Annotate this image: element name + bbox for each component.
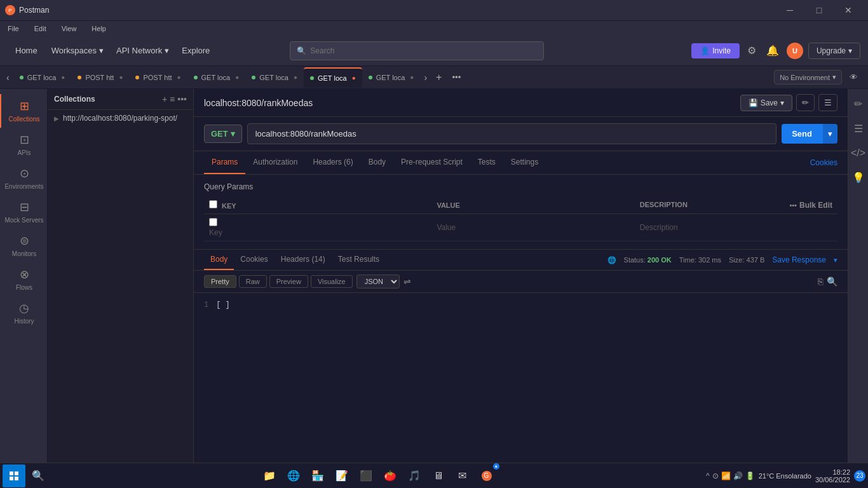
upgrade-button[interactable]: Upgrade ▾ xyxy=(808,43,860,59)
req-tab-body[interactable]: Body xyxy=(361,151,393,174)
close-icon[interactable]: ● xyxy=(352,74,356,81)
taskbar-app-7[interactable]: 🖥 xyxy=(427,464,450,487)
taskbar-chrome[interactable]: 🌐 xyxy=(282,464,305,487)
resp-tab-test-results[interactable]: Test Results xyxy=(332,250,386,270)
nav-api-network[interactable]: API Network ▾ xyxy=(110,46,175,55)
sidebar-item-mock-servers[interactable]: ⊟ Mock Servers xyxy=(0,195,47,229)
settings-button[interactable]: ⚙ xyxy=(745,42,759,59)
menu-edit[interactable]: Edit xyxy=(32,24,49,34)
tab-6[interactable]: GET loca ● xyxy=(362,67,421,88)
close-icon[interactable]: ● xyxy=(61,74,65,81)
invite-button[interactable]: 👤 Invite xyxy=(691,43,740,58)
close-icon[interactable]: ● xyxy=(410,74,414,81)
tab-more-button[interactable]: ••• xyxy=(447,70,466,85)
minimize-button[interactable]: ─ xyxy=(775,0,804,20)
req-tab-params[interactable]: Params xyxy=(204,151,245,174)
sidebar-item-collections[interactable]: ⊞ Collections xyxy=(0,94,47,128)
taskbar-terminal[interactable]: ⬛ xyxy=(355,464,377,487)
taskbar-app-9[interactable]: G ● xyxy=(475,464,498,487)
tab-3[interactable]: GET loca ● xyxy=(187,67,246,88)
right-panel-comment-button[interactable]: ☰ xyxy=(850,119,867,139)
url-input[interactable] xyxy=(247,123,776,144)
close-icon[interactable]: ● xyxy=(294,74,297,81)
close-icon[interactable]: ● xyxy=(177,74,181,81)
req-tab-headers[interactable]: Headers (6) xyxy=(305,151,360,174)
collections-more-button[interactable]: ••• xyxy=(177,94,187,104)
taskbar-notepad[interactable]: 📝 xyxy=(330,464,353,487)
taskbar-mail[interactable]: ✉ xyxy=(451,464,474,487)
tab-next-button[interactable]: › xyxy=(420,70,431,85)
taskbar-app-6[interactable]: 🎵 xyxy=(403,464,426,487)
edit-button[interactable]: ✏ xyxy=(796,94,815,111)
environment-selector[interactable]: No Environment ▾ xyxy=(774,70,842,85)
format-raw-button[interactable]: Raw xyxy=(239,275,267,288)
start-button[interactable] xyxy=(3,464,25,487)
resp-tab-headers[interactable]: Headers (14) xyxy=(275,250,332,270)
sidebar-item-environments[interactable]: ⊙ Environments xyxy=(0,161,47,195)
collections-new-button[interactable]: + xyxy=(162,94,167,104)
nav-workspaces[interactable]: Workspaces ▾ xyxy=(45,46,110,55)
format-preview-button[interactable]: Preview xyxy=(269,275,308,288)
method-select[interactable]: GET ▾ xyxy=(204,125,242,143)
description-button[interactable]: ☰ xyxy=(818,94,837,111)
right-panel-code-button[interactable]: </> xyxy=(847,144,868,163)
tab-add-button[interactable]: + xyxy=(431,69,447,86)
close-icon[interactable]: ● xyxy=(235,74,239,81)
row-checkbox[interactable] xyxy=(209,218,217,226)
taskbar-file-explorer[interactable]: 📁 xyxy=(258,464,281,487)
menu-view[interactable]: View xyxy=(59,24,79,34)
save-response-button[interactable]: Save Response xyxy=(772,255,826,264)
tab-prev-button[interactable]: ‹ xyxy=(3,70,13,85)
menu-file[interactable]: File xyxy=(5,24,22,34)
notification-badge[interactable]: 23 xyxy=(854,470,865,482)
copy-button[interactable]: ⎘ xyxy=(818,276,823,287)
value-input[interactable] xyxy=(437,223,629,232)
search-response-button[interactable]: 🔍 xyxy=(827,276,837,287)
req-tab-tests[interactable]: Tests xyxy=(470,151,503,174)
search-input[interactable] xyxy=(310,46,537,55)
menu-help[interactable]: Help xyxy=(89,24,109,34)
format-visualize-button[interactable]: Visualize xyxy=(311,275,353,288)
send-button[interactable]: Send xyxy=(782,124,822,144)
tab-5[interactable]: GET loca ● xyxy=(304,67,362,88)
tab-1[interactable]: POST htt ● xyxy=(71,67,129,88)
req-tab-settings[interactable]: Settings xyxy=(503,151,546,174)
nav-home[interactable]: Home xyxy=(8,46,45,55)
resp-tab-cookies[interactable]: Cookies xyxy=(234,250,274,270)
taskbar-tomato[interactable]: 🍅 xyxy=(379,464,402,487)
json-type-select[interactable]: JSON xyxy=(356,274,400,288)
environment-eye-button[interactable]: 👁 xyxy=(847,70,860,85)
send-dropdown-button[interactable]: ▾ xyxy=(822,124,837,144)
tab-2[interactable]: POST htt ● xyxy=(129,67,187,88)
key-input[interactable] xyxy=(209,228,426,237)
description-input[interactable] xyxy=(640,223,832,232)
right-panel-lightbulb-button[interactable]: 💡 xyxy=(848,168,869,187)
close-button[interactable]: ✕ xyxy=(834,0,863,20)
notifications-button[interactable]: 🔔 xyxy=(764,42,782,59)
search-bar[interactable]: 🔍 xyxy=(290,41,544,60)
select-all-checkbox[interactable] xyxy=(209,200,217,208)
collections-sort-button[interactable]: ≡ xyxy=(170,94,175,104)
close-icon[interactable]: ● xyxy=(119,74,123,81)
wrap-lines-button[interactable]: ⇌ xyxy=(403,276,411,287)
taskbar-store[interactable]: 🏪 xyxy=(306,464,329,487)
right-panel-edit-button[interactable]: ✏ xyxy=(850,94,866,114)
nav-explore[interactable]: Explore xyxy=(175,46,216,55)
req-tab-authorization[interactable]: Authorization xyxy=(245,151,305,174)
chevron-down-icon[interactable]: ▾ xyxy=(834,256,837,264)
resp-tab-body[interactable]: Body xyxy=(204,250,234,270)
save-button[interactable]: 💾 Save ▾ xyxy=(740,95,792,111)
req-tab-pre-request[interactable]: Pre-request Script xyxy=(393,151,470,174)
maximize-button[interactable]: □ xyxy=(804,0,834,20)
taskbar-clock[interactable]: 18:22 30/06/2022 xyxy=(815,468,850,484)
sidebar-item-history[interactable]: ◷ History xyxy=(0,296,47,330)
tray-chevron[interactable]: ^ xyxy=(706,471,710,480)
sidebar-item-flows[interactable]: ⊗ Flows xyxy=(0,262,47,296)
format-pretty-button[interactable]: Pretty xyxy=(204,275,236,288)
sidebar-item-monitors[interactable]: ⊜ Monitors xyxy=(0,229,47,262)
bulk-edit-button[interactable]: Bulk Edit xyxy=(799,201,832,210)
collection-item[interactable]: ▶ http://localhost:8080/parking-spot/ xyxy=(48,110,193,126)
sidebar-item-apis[interactable]: ⊡ APIs xyxy=(0,128,47,161)
cookies-link[interactable]: Cookies xyxy=(810,158,837,167)
tab-0[interactable]: GET loca ● xyxy=(13,67,72,88)
